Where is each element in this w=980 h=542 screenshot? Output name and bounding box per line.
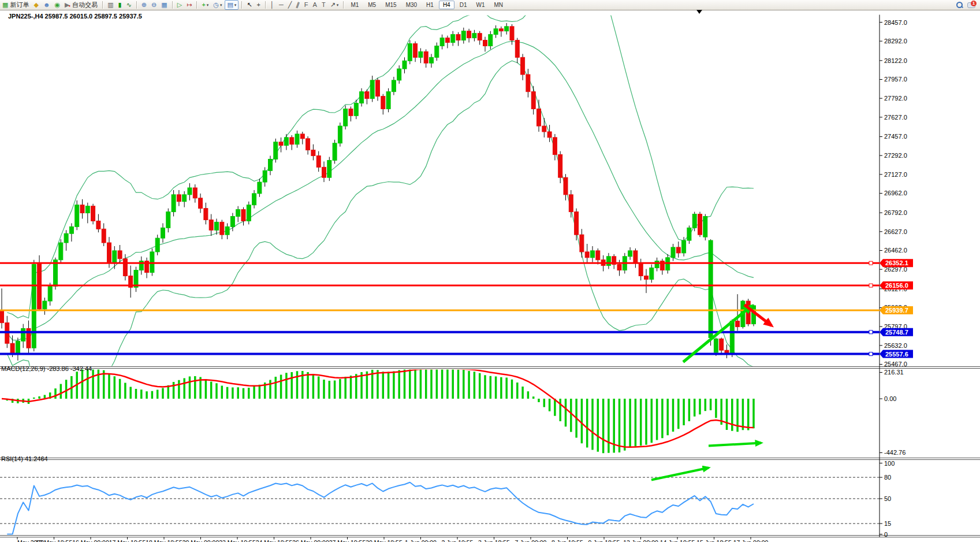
line-anchor-handle[interactable] — [869, 331, 873, 334]
timeframe-m5-button[interactable]: M5 — [364, 1, 380, 9]
candle-body — [32, 265, 36, 348]
time-axis-tick-label[interactable]: 7 Jun 00:00 — [515, 539, 547, 542]
tile-windows-button[interactable]: ▦ — [159, 1, 169, 9]
macd-flat-arrow[interactable] — [709, 443, 761, 446]
zoom-in-button[interactable]: ⊕ — [140, 1, 148, 9]
text-button[interactable]: A — [311, 1, 319, 9]
candle-body — [338, 126, 342, 143]
time-axis-tick-label[interactable]: 1 Jun 00:00 — [405, 539, 437, 542]
macd-pane[interactable] — [2, 366, 754, 453]
rsi-pane[interactable] — [7, 482, 754, 534]
price-line-label-text: 25748.7 — [885, 329, 908, 336]
text-label-button[interactable]: T — [320, 1, 327, 9]
time-axis-tick-label[interactable]: 23 May 10:55 — [219, 539, 256, 542]
timeframe-d1-button[interactable]: D1 — [456, 1, 471, 9]
candle-body — [628, 251, 632, 257]
time-axis-tick-label[interactable]: 20 May 00:00 — [182, 539, 219, 542]
vertical-line-button[interactable]: │ — [269, 1, 276, 9]
chart-shift-button[interactable]: ↦ — [185, 1, 193, 9]
profile-button[interactable]: ☻ — [42, 1, 52, 9]
toolbar-separator — [172, 1, 173, 9]
line-chart-button[interactable]: ∿ — [125, 1, 133, 9]
time-axis-tick-label[interactable]: 24 May 18:55 — [256, 539, 293, 542]
price-pane[interactable] — [0, 10, 756, 387]
candle-body — [290, 138, 294, 144]
chart-shift-marker-icon[interactable] — [696, 10, 702, 14]
candle-body — [440, 38, 444, 46]
market-depth-icon: ◆ — [33, 2, 38, 8]
time-axis-tick-label[interactable]: 3 Jun 18:55 — [478, 539, 510, 542]
new-order-button[interactable]: ▦新订单 — [1, 1, 31, 9]
chat-notifications-icon[interactable]: 1 — [967, 2, 975, 8]
channel-button[interactable]: ∥ — [295, 1, 301, 9]
time-axis-tick-label[interactable]: 27 May 10:55 — [329, 539, 366, 542]
candle-body — [746, 301, 750, 324]
timeframe-h1-button[interactable]: H1 — [422, 1, 438, 9]
time-axis-tick-label[interactable]: 9 Jun 18:55 — [588, 539, 620, 542]
price-axis-tick-label: 27457.0 — [884, 133, 907, 140]
line-anchor-handle[interactable] — [869, 261, 873, 265]
templates-button[interactable]: ▤▾ — [225, 0, 239, 10]
candle-body — [69, 227, 73, 233]
bar-chart-button[interactable]: ▥ — [106, 1, 115, 9]
toolbar-separator — [102, 1, 103, 9]
candle-body — [0, 310, 4, 323]
candle-body — [467, 31, 471, 38]
time-axis-tick-label[interactable]: 2 Jun 10:55 — [442, 539, 474, 542]
candle-body — [230, 216, 234, 227]
fibonacci-button[interactable]: F — [303, 1, 310, 9]
timeframe-h4-button[interactable]: H4 — [439, 1, 454, 9]
price-axis-tick-label: 26962.0 — [884, 190, 907, 196]
candle-body — [236, 210, 240, 217]
time-axis-tick-label[interactable]: 17 Jun 00:00 — [733, 539, 769, 542]
candle-body — [150, 252, 154, 273]
line-anchor-handle[interactable] — [869, 284, 873, 287]
bollinger-middle-band — [7, 41, 754, 340]
candle-body — [258, 182, 262, 194]
line-anchor-handle[interactable] — [869, 352, 873, 356]
chart-canvas[interactable]: 28457.028292.028122.027957.027792.027627… — [0, 10, 980, 542]
time-axis-tick-label[interactable]: 16 May 00:00 — [72, 539, 109, 542]
candle-body — [639, 263, 643, 276]
candle-body — [489, 35, 493, 46]
signals-button[interactable]: ◉ — [53, 1, 62, 9]
time-axis-tick-label[interactable]: 8 Jun 10:55 — [552, 539, 583, 542]
timeframe-w1-button[interactable]: W1 — [472, 1, 489, 9]
candle-chart-button[interactable]: ▮ — [117, 1, 124, 9]
price-axis-tick-label: 28292.0 — [884, 38, 907, 44]
auto-scroll-button[interactable]: ▷ — [176, 1, 184, 9]
rsi-up-arrow[interactable] — [651, 468, 709, 480]
periods-button[interactable]: ◷▾ — [211, 1, 223, 9]
arrows-button[interactable]: ↗▾ — [329, 1, 341, 9]
candle-body — [376, 80, 380, 96]
time-axis-tick-label[interactable]: 18 May 18:55 — [146, 539, 182, 542]
candle-body — [644, 276, 649, 279]
candle-body — [381, 96, 385, 109]
horizontal-line-button[interactable]: ─ — [277, 1, 285, 9]
timeframe-m15-button[interactable]: M15 — [381, 1, 400, 9]
candle-body — [182, 195, 187, 202]
time-axis-tick-label[interactable]: 26 May 00:00 — [292, 539, 329, 542]
search-icon[interactable] — [956, 2, 963, 8]
candle-body — [505, 27, 509, 31]
timeframe-mn-button[interactable]: MN — [490, 1, 507, 9]
time-axis-tick-label[interactable]: 15 Jun 18:55 — [696, 539, 732, 542]
cursor-button[interactable]: ↖ — [245, 1, 254, 9]
candle-body — [703, 216, 707, 237]
crosshair-button[interactable]: + — [255, 1, 262, 9]
new-chart-button[interactable]: +▾ — [200, 1, 210, 9]
time-axis-tick-label[interactable]: 12 May 18:55 — [36, 539, 73, 542]
chart-shift-icon: ↦ — [187, 2, 192, 8]
time-axis-tick-label[interactable]: 14 Jun 10:55 — [660, 539, 695, 542]
price-line-label-text: 25939.7 — [885, 307, 908, 314]
time-axis-tick-label[interactable]: 30 May 18:55 — [366, 539, 403, 542]
trendline-button[interactable]: ╱ — [286, 1, 294, 9]
zoom-out-button[interactable]: ⊖ — [150, 1, 158, 9]
timeframe-m30-button[interactable]: M30 — [402, 1, 421, 9]
market-depth-button[interactable]: ◆ — [32, 1, 40, 9]
candle-body — [370, 80, 374, 99]
time-axis-tick-label[interactable]: 13 Jun 00:00 — [623, 539, 658, 542]
time-axis-tick-label[interactable]: 17 May 10:55 — [109, 539, 146, 542]
autotrading-button[interactable]: ▶●自动交易 — [63, 1, 99, 9]
timeframe-m1-button[interactable]: M1 — [346, 1, 363, 9]
